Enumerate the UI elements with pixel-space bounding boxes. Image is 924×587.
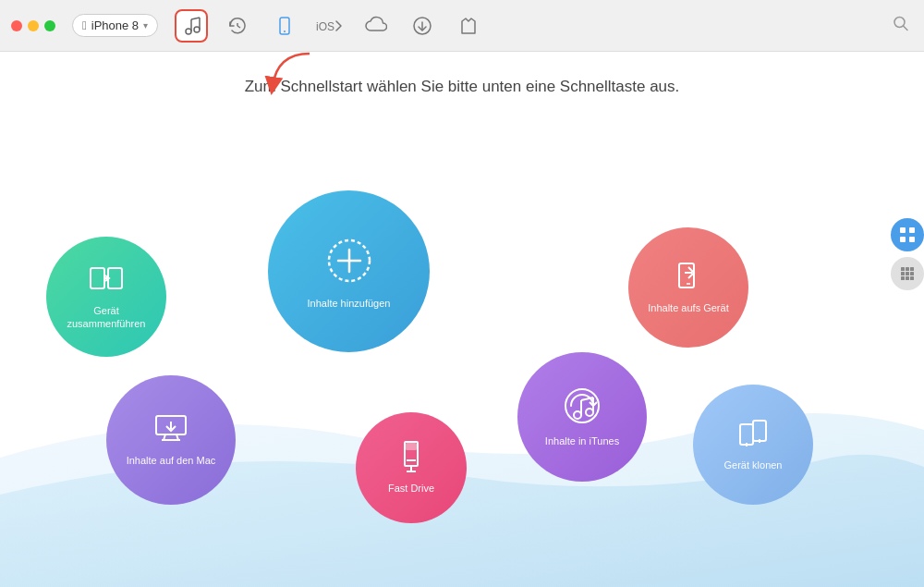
device-toolbar-icon[interactable] <box>267 9 300 43</box>
apple-icon:  <box>82 18 87 32</box>
svg-rect-54 <box>906 276 909 280</box>
fast-drive-label: Fast Drive <box>383 482 440 495</box>
music-toolbar-icon[interactable] <box>175 9 208 43</box>
circles-container: Gerätzusammenführen Inhalte hinzufügen <box>0 126 924 587</box>
side-buttons <box>891 218 924 290</box>
svg-rect-55 <box>910 276 914 280</box>
download-toolbar-icon[interactable] <box>406 9 439 43</box>
sidebar-grid-button[interactable] <box>891 257 924 290</box>
device-name: iPhone 8 <box>91 18 139 32</box>
svg-line-4 <box>191 18 200 19</box>
device-selector[interactable]:  iPhone 8 ▾ <box>72 14 158 37</box>
fast-drive-icon <box>397 440 425 478</box>
to-mac-label: Inhalte auf den Mac <box>121 454 222 467</box>
svg-rect-14 <box>91 268 104 288</box>
minimize-button[interactable] <box>28 20 39 31</box>
svg-rect-50 <box>901 272 905 275</box>
merge-icon <box>88 263 125 300</box>
add-content-circle-button[interactable]: Inhalte hinzufügen <box>268 190 430 352</box>
main-content: Zum Schnellstart wählen Sie bitte unten … <box>0 52 924 587</box>
clone-icon <box>736 417 770 455</box>
to-device-circle-button[interactable]: Inhalte aufs Gerät <box>628 227 748 348</box>
to-mac-icon <box>152 412 189 450</box>
add-content-label: Inhalte hinzufügen <box>302 297 396 310</box>
svg-rect-48 <box>906 267 909 271</box>
maximize-button[interactable] <box>44 20 55 31</box>
svg-point-0 <box>186 29 191 34</box>
svg-line-6 <box>237 26 240 28</box>
svg-rect-47 <box>901 267 905 271</box>
toolbar-icons: iOS <box>175 9 485 43</box>
chevron-icon: ▾ <box>143 20 148 31</box>
svg-line-13 <box>904 26 908 31</box>
merge-label: Gerätzusammenführen <box>62 304 152 331</box>
subtitle-text: Zum Schnellstart wählen Sie bitte unten … <box>0 78 924 96</box>
sidebar-settings-button[interactable] <box>891 218 924 251</box>
media-toolbar-icon[interactable] <box>452 9 485 43</box>
add-icon <box>322 233 377 293</box>
svg-rect-53 <box>901 276 905 280</box>
titlebar:  iPhone 8 ▾ <box>0 0 924 52</box>
svg-rect-40 <box>753 421 766 441</box>
to-mac-circle-button[interactable]: Inhalte auf den Mac <box>106 375 236 505</box>
itunes-icon <box>562 385 602 431</box>
close-button[interactable] <box>11 20 22 31</box>
arrow-annotation <box>259 44 333 104</box>
search-icon[interactable] <box>893 15 909 36</box>
clone-label: Gerät klonen <box>719 459 788 471</box>
svg-rect-45 <box>900 237 906 242</box>
to-device-icon <box>672 260 705 298</box>
svg-rect-43 <box>900 227 906 233</box>
history-toolbar-icon[interactable] <box>221 9 254 43</box>
svg-rect-46 <box>909 237 915 242</box>
ios-toolbar-icon[interactable]: iOS <box>313 9 346 43</box>
itunes-label: Inhalte in iTunes <box>540 434 625 447</box>
cloud-toolbar-icon[interactable] <box>359 9 393 43</box>
svg-rect-39 <box>740 424 753 445</box>
svg-text:iOS: iOS <box>316 20 334 33</box>
traffic-lights <box>11 20 55 31</box>
svg-point-35 <box>586 409 593 416</box>
fast-drive-circle-button[interactable]: Fast Drive <box>356 412 467 523</box>
svg-rect-51 <box>906 272 909 275</box>
svg-rect-52 <box>910 272 914 275</box>
svg-rect-29 <box>407 444 416 449</box>
merge-circle-button[interactable]: Gerätzusammenführen <box>46 237 166 357</box>
svg-point-1 <box>194 27 200 32</box>
svg-rect-44 <box>909 227 915 233</box>
clone-circle-button[interactable]: Gerät klonen <box>693 385 813 505</box>
itunes-circle-button[interactable]: Inhalte in iTunes <box>517 352 647 482</box>
svg-point-34 <box>574 411 581 419</box>
svg-rect-49 <box>910 267 914 271</box>
to-device-label: Inhalte aufs Gerät <box>642 301 734 314</box>
